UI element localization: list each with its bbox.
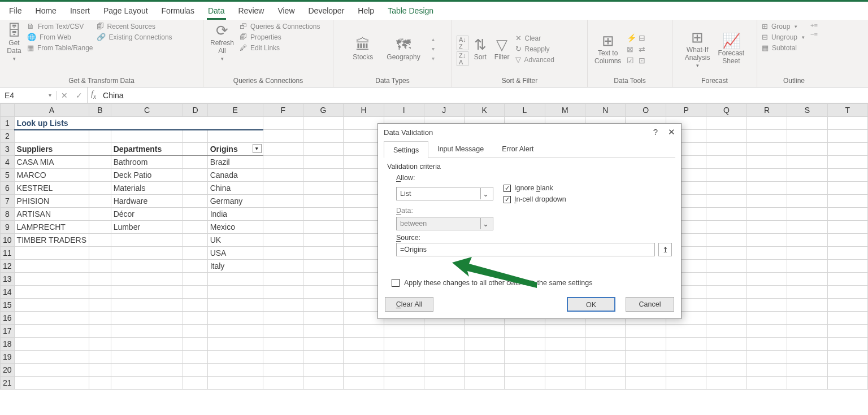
cell[interactable] [666, 364, 706, 377]
cell[interactable] [303, 299, 343, 312]
col-header[interactable]: S [787, 104, 827, 117]
cell[interactable] [827, 247, 868, 260]
cell[interactable] [706, 130, 747, 143]
cell[interactable] [14, 247, 89, 260]
row-header[interactable]: 17 [1, 325, 15, 338]
apply-all-checkbox[interactable] [392, 279, 400, 287]
cell[interactable] [827, 208, 868, 221]
cell[interactable] [89, 312, 111, 325]
cell[interactable]: Italy [207, 260, 263, 273]
cell[interactable] [787, 221, 827, 234]
cell[interactable] [89, 325, 111, 338]
cell[interactable] [89, 156, 111, 169]
cell[interactable] [747, 169, 787, 182]
row-header[interactable]: 16 [1, 312, 15, 325]
cell[interactable] [706, 338, 747, 351]
formula-input[interactable]: China [99, 91, 868, 100]
cell[interactable] [827, 156, 868, 169]
row-header[interactable]: 20 [1, 364, 15, 377]
cell[interactable] [706, 195, 747, 208]
cell[interactable] [303, 117, 343, 130]
subtotal-button[interactable]: ▦Subtotal [762, 43, 805, 52]
cell[interactable] [344, 325, 384, 338]
cell[interactable] [89, 182, 111, 195]
cell[interactable] [263, 286, 303, 299]
cell[interactable] [827, 182, 868, 195]
menu-home[interactable]: Home [29, 4, 63, 20]
cell[interactable]: Origins▾ [207, 143, 263, 156]
col-header[interactable]: T [827, 104, 868, 117]
cell[interactable] [303, 182, 343, 195]
recent-sources[interactable]: 🗐Recent Sources [97, 22, 172, 30]
cell[interactable] [14, 299, 89, 312]
whatif-button[interactable]: ⊞What-If Analysis▾ [683, 29, 713, 69]
cell[interactable] [111, 364, 183, 377]
cell[interactable] [747, 325, 787, 338]
row-header[interactable]: 18 [1, 338, 15, 351]
cell[interactable] [183, 182, 207, 195]
cell[interactable] [89, 260, 111, 273]
cell[interactable]: Mexico [207, 221, 263, 234]
cell[interactable] [183, 221, 207, 234]
cell[interactable] [706, 260, 747, 273]
cell[interactable] [787, 338, 827, 351]
cell[interactable] [14, 325, 89, 338]
cell[interactable] [14, 338, 89, 351]
cell[interactable] [747, 234, 787, 247]
cell[interactable] [384, 338, 424, 351]
cell[interactable] [505, 364, 545, 377]
cell[interactable] [303, 364, 343, 377]
cell[interactable] [787, 156, 827, 169]
cell[interactable] [827, 234, 868, 247]
cell[interactable] [787, 130, 827, 143]
filter-button[interactable]: ▽Filter [492, 36, 512, 62]
cell[interactable] [747, 130, 787, 143]
menu-data[interactable]: Data [201, 4, 232, 20]
cell[interactable] [207, 377, 263, 390]
cell[interactable] [14, 130, 89, 143]
cell[interactable] [14, 312, 89, 325]
name-box[interactable]: E4▾ [0, 91, 57, 100]
cell[interactable] [263, 299, 303, 312]
cell[interactable] [263, 117, 303, 130]
cell[interactable] [14, 364, 89, 377]
cell[interactable] [706, 234, 747, 247]
cell[interactable] [706, 208, 747, 221]
col-header[interactable]: N [585, 104, 626, 117]
cell[interactable] [183, 273, 207, 286]
row-header[interactable]: 5 [1, 169, 15, 182]
col-header[interactable]: H [344, 104, 384, 117]
confirm-entry-icon[interactable]: ✓ [73, 91, 85, 100]
col-header[interactable]: E [207, 104, 263, 117]
cell[interactable]: Suppliers [14, 143, 89, 156]
cell[interactable]: Brazil [207, 156, 263, 169]
col-header[interactable]: D [183, 104, 207, 117]
menu-view[interactable]: View [271, 4, 301, 20]
row-header[interactable]: 3 [1, 143, 15, 156]
filter-dropdown-icon[interactable]: ▾ [253, 144, 262, 153]
cell[interactable] [384, 325, 424, 338]
cell[interactable] [183, 338, 207, 351]
cell[interactable] [787, 312, 827, 325]
cell[interactable] [263, 325, 303, 338]
help-icon[interactable]: ? [653, 127, 658, 137]
cell[interactable] [183, 364, 207, 377]
cell[interactable] [464, 364, 504, 377]
show-detail-icon[interactable]: +≡ [810, 22, 818, 29]
cell[interactable] [827, 299, 868, 312]
row-header[interactable]: 15 [1, 299, 15, 312]
clear-filter[interactable]: ✕Clear [515, 34, 554, 42]
data-validation-icon[interactable]: ☑ [627, 56, 636, 65]
cell[interactable] [207, 364, 263, 377]
cell[interactable] [585, 325, 626, 338]
clear-all-button[interactable]: Clear All [385, 297, 433, 312]
cell[interactable] [344, 364, 384, 377]
cell[interactable] [263, 247, 303, 260]
cell[interactable] [89, 195, 111, 208]
cell[interactable] [787, 325, 827, 338]
cell[interactable] [263, 364, 303, 377]
cell[interactable] [424, 325, 464, 338]
cell[interactable] [303, 234, 343, 247]
cell[interactable] [14, 286, 89, 299]
cell[interactable] [827, 286, 868, 299]
